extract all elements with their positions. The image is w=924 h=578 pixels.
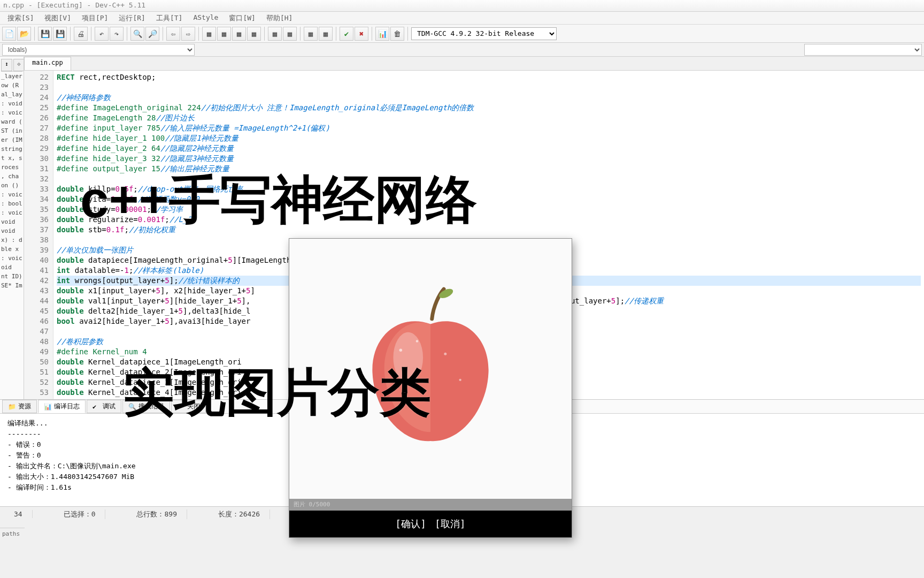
popup-label: 图片 0/5000 <box>289 499 572 511</box>
bottom-tab[interactable]: 📁资源 <box>2 400 37 413</box>
menu-item[interactable]: 运行[R] <box>113 12 150 24</box>
code-line[interactable]: RECT rect,rectDesktop; <box>57 72 921 82</box>
svg-point-4 <box>444 353 446 355</box>
toolbar-find-icon[interactable]: 🔍 <box>130 27 144 41</box>
popup-confirm-button[interactable]: [确认] <box>394 515 427 533</box>
bottom-tab[interactable]: ✔调试 <box>87 400 121 413</box>
toolbar-forward-icon[interactable]: ⇨ <box>181 27 195 41</box>
toolbar-undo-icon[interactable]: ↶ <box>95 27 109 41</box>
toolbar-print-icon[interactable]: 🖨 <box>74 27 88 41</box>
scope-bar: lobals) <box>0 43 924 57</box>
popup-cancel-button[interactable]: [取消] <box>434 515 467 533</box>
sidebar-symbol-item[interactable]: ward ( <box>1 117 22 126</box>
bottom-tab[interactable]: 📊编译日志 <box>38 400 86 413</box>
tab-label: 调试 <box>103 402 116 411</box>
overlay-title-2: 实现图片分类 <box>123 359 431 428</box>
sidebar-symbol-item[interactable]: ow (R <box>1 81 22 90</box>
toolbar-cancel-icon[interactable]: ✖ <box>355 27 368 41</box>
sidebar-symbol-item[interactable]: ST (in <box>1 126 22 135</box>
sidebar-symbol-item[interactable]: : voic <box>1 254 22 263</box>
toolbar-saveall-icon[interactable]: 💾 <box>53 27 67 41</box>
sidebar-tab-1[interactable]: ↕ <box>1 59 12 71</box>
toolbar-goto-icon[interactable]: ▦ <box>319 27 333 41</box>
toolbar-stop-icon[interactable]: ▦ <box>283 27 297 41</box>
editor-tabstrip: main.cpp <box>24 57 924 71</box>
code-line[interactable]: #define hide_layer_3 32//隐藏层3神经元数量 <box>57 154 921 164</box>
sidebar-symbol-item[interactable]: string ; <box>1 144 22 154</box>
sidebar-symbol-item[interactable]: : void <box>1 99 22 108</box>
sidebar-symbol-item[interactable]: oid <box>1 263 22 272</box>
toolbar-delete-chart-icon[interactable]: 🗑 <box>390 27 404 41</box>
toolbar-rebuild-icon[interactable]: ▦ <box>247 27 261 41</box>
menu-item[interactable]: 视图[V] <box>39 12 76 24</box>
tab-icon: ✔ <box>93 403 100 410</box>
menubar: 搜索[S]视图[V]项目[P]运行[R]工具[T]AStyle窗口[W]帮助[H… <box>0 12 924 25</box>
line-gutter: 2223242526272829303132333435363738394041… <box>24 71 53 399</box>
menu-item[interactable]: 工具[T] <box>151 12 188 24</box>
code-line[interactable]: #define hide_layer_2 64//隐藏层2神经元数量 <box>57 143 921 154</box>
svg-point-2 <box>399 348 403 352</box>
code-line[interactable] <box>57 82 921 93</box>
file-tab-main[interactable]: main.cpp <box>24 57 71 70</box>
menu-item[interactable]: 窗口[W] <box>224 12 260 24</box>
compiler-select[interactable]: TDM-GCC 4.9.2 32-bit Release <box>411 27 557 40</box>
overlay-title-1: c++手写神经网络 <box>80 166 477 235</box>
sidebar-symbol-item[interactable]: : voic <box>1 108 22 117</box>
code-line[interactable]: #define hide_layer_1 100//隐藏层1神经元数量 <box>57 133 921 143</box>
toolbar-replace-icon[interactable]: 🔎 <box>145 27 159 41</box>
menu-item[interactable]: 帮助[H] <box>261 12 298 24</box>
sidebar-symbol-item[interactable]: nt ID) <box>1 272 22 281</box>
sidebar: ↕ ⟐ _layerow (Ral_lay: void: voicward (S… <box>0 57 24 399</box>
window-title: n.cpp - [Executing] - Dev-C++ 5.11 <box>3 1 145 9</box>
code-line[interactable]: //神经网络参数 <box>57 93 921 103</box>
sidebar-symbol-item[interactable]: : bool <box>1 199 22 208</box>
sidebar-symbol-item[interactable]: roces <box>1 163 22 172</box>
code-line[interactable]: #define input_layer 785//输入层神经元数量 =Image… <box>57 123 921 133</box>
toolbar-run-icon[interactable]: ▦ <box>217 27 231 41</box>
scope-select-left[interactable]: lobals) <box>2 44 195 56</box>
sidebar-symbol-item[interactable]: t x, sh <box>1 154 22 163</box>
svg-point-5 <box>459 379 461 381</box>
window-titlebar: n.cpp - [Executing] - Dev-C++ 5.11 <box>0 0 924 12</box>
toolbar-back-icon[interactable]: ⇦ <box>166 27 180 41</box>
sidebar-symbol-item[interactable]: , cha <box>1 172 22 181</box>
menu-item[interactable]: 搜索[S] <box>2 12 39 24</box>
status-line-number: 34 <box>4 510 33 518</box>
sidebar-symbol-item[interactable]: al_lay <box>1 90 22 99</box>
code-line[interactable]: #define ImageLength 28//图片边长 <box>57 113 921 123</box>
toolbar-redo-icon[interactable]: ↷ <box>110 27 124 41</box>
toolbar-check-icon[interactable]: ✔ <box>340 27 353 41</box>
toolbar-new-icon[interactable]: 📄 <box>2 27 16 41</box>
sidebar-symbol-item[interactable]: void <box>1 226 22 235</box>
status-length: 长度：26426 <box>209 509 270 519</box>
status-selected: 已选择：0 <box>54 509 106 519</box>
sidebar-tab-2[interactable]: ⟐ <box>13 59 24 71</box>
toolbar-profile-icon[interactable]: ▦ <box>304 27 318 41</box>
sidebar-symbol-item[interactable]: SE* Im <box>1 281 22 290</box>
sidebar-symbol-item[interactable]: : voic <box>1 208 22 217</box>
tab-label: 编译日志 <box>54 402 80 411</box>
toolbar: 📄 📂 💾 💾 🖨 ↶ ↷ 🔍 🔎 ⇦ ⇨ ▦ ▦ ▦ ▦ ▦ ▦ ▦ ▦ ✔ … <box>0 25 924 43</box>
svg-point-3 <box>416 340 418 342</box>
sidebar-symbol-item[interactable]: ble x <box>1 245 22 254</box>
popup-buttons: [确认] [取消] <box>289 511 572 537</box>
toolbar-chart-icon[interactable]: 📊 <box>375 27 389 41</box>
toolbar-compile-icon[interactable]: ▦ <box>202 27 216 41</box>
tab-icon: 📊 <box>44 403 51 410</box>
toolbar-compile-run-icon[interactable]: ▦ <box>232 27 246 41</box>
menu-item[interactable]: 项目[P] <box>76 12 113 24</box>
sidebar-symbol-item[interactable]: _layer <box>1 72 22 81</box>
sidebar-symbol-item[interactable]: x) : dc <box>1 235 22 245</box>
toolbar-save-icon[interactable]: 💾 <box>38 27 52 41</box>
toolbar-open-icon[interactable]: 📂 <box>17 27 31 41</box>
scroll-corner-label: paths <box>0 528 25 554</box>
sidebar-symbol-item[interactable]: er (IM/ <box>1 135 22 144</box>
toolbar-debug-icon[interactable]: ▦ <box>268 27 282 41</box>
menu-item[interactable]: AStyle <box>188 12 224 24</box>
scope-select-right[interactable] <box>804 44 922 56</box>
sidebar-symbol-item[interactable]: on () : <box>1 181 22 190</box>
sidebar-symbol-item[interactable]: void <box>1 217 22 226</box>
sidebar-symbol-item[interactable]: : voic <box>1 190 22 199</box>
code-line[interactable]: #define ImageLength_original 224//初始化图片大… <box>57 103 921 113</box>
tab-icon: 📁 <box>8 403 16 410</box>
